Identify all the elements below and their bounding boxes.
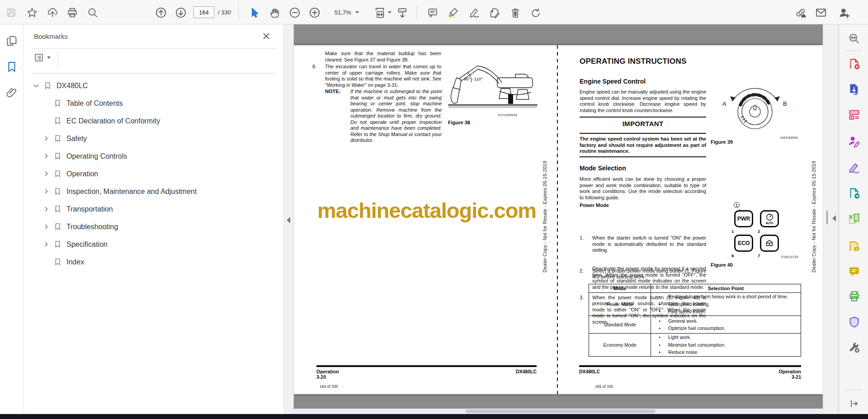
comment-bubble-button[interactable] — [847, 264, 861, 278]
page-total-label: / 330 — [218, 6, 231, 18]
edit-pdf-button[interactable] — [847, 108, 861, 121]
figure-38-code: EX1300534 — [498, 113, 517, 117]
search-tools-button[interactable] — [847, 32, 861, 45]
selection-point: Reduce noise. — [668, 348, 801, 356]
star-button[interactable] — [25, 6, 39, 19]
share-cloud-button[interactable] — [46, 6, 59, 19]
chevron-down-icon[interactable] — [32, 82, 40, 89]
bookmark-item-dx480lc[interactable]: DX480LC — [24, 77, 283, 94]
bookmark-item-troubleshooting[interactable]: Troubleshooting — [24, 218, 283, 235]
page-divider — [557, 45, 558, 394]
note-block: NOTE: If the machine is submerged to the… — [325, 89, 442, 144]
bookmark-icon — [54, 205, 62, 213]
bookmark-item-index[interactable]: Index — [24, 253, 283, 271]
table-row: Economy Mode •Light work. •Minimize fuel… — [589, 334, 801, 357]
bookmark-item-operation[interactable]: Operation — [24, 165, 283, 183]
crop-pages-button[interactable] — [847, 212, 861, 225]
export-pdf-icon — [848, 83, 860, 95]
bookmark-item-transportation[interactable]: Transportation — [24, 200, 283, 218]
previous-page-button[interactable] — [154, 6, 168, 19]
print-button[interactable] — [66, 6, 79, 19]
bookmarks-panel-button[interactable] — [6, 61, 18, 73]
tools-rail — [839, 24, 868, 414]
svg-text:B: B — [783, 100, 787, 107]
protect-button[interactable] — [847, 315, 861, 329]
work-mode-button — [760, 235, 779, 252]
collapse-panel-arrow-icon[interactable] — [287, 217, 290, 223]
bookmark-label: Table of Contents — [66, 99, 123, 108]
paragraph: More efficient work can be done by choos… — [580, 176, 706, 201]
chevron-right-icon[interactable] — [42, 223, 50, 231]
comment-page-icon — [848, 240, 860, 253]
send-file-button[interactable] — [847, 186, 861, 200]
more-tools-button[interactable] — [847, 340, 861, 354]
document-view[interactable]: Make sure that the material buildup has … — [294, 24, 823, 414]
open-tools-pane-button[interactable] — [847, 397, 861, 410]
panel-collapse-bar[interactable] — [283, 24, 294, 414]
active-panel-notch — [21, 65, 24, 71]
mode-selection-table: Mode Selection Point Power Mode •Require… — [589, 284, 801, 357]
selection-point: Light work. — [668, 334, 801, 341]
figure-39-code: HAOA690L — [780, 136, 798, 140]
bookmark-item-table-of-contents[interactable]: Table of Contents — [24, 94, 283, 112]
chevron-right-icon[interactable] — [42, 188, 50, 195]
close-panel-button[interactable] — [261, 31, 272, 42]
zoom-out-button[interactable] — [288, 6, 302, 19]
collapse-tools-arrow-icon[interactable] — [832, 215, 836, 221]
horizontal-scrollbar[interactable] — [294, 409, 823, 414]
page-fit-button[interactable] — [373, 6, 387, 19]
comment-button[interactable] — [426, 6, 439, 19]
hand-tool-button[interactable] — [268, 6, 281, 19]
highlight-button[interactable] — [447, 6, 460, 19]
edit-page-button[interactable] — [488, 6, 501, 19]
tools-collapse-bar[interactable] — [823, 24, 839, 414]
fill-sign-button[interactable] — [467, 6, 481, 19]
request-signatures-button[interactable] — [847, 134, 861, 148]
selection-points-cell: •Light work. •Minimize fuel consumption.… — [651, 334, 801, 357]
rule — [580, 117, 706, 118]
attachments-button[interactable] — [6, 87, 18, 99]
delete-button[interactable] — [509, 6, 522, 19]
bookmark-item-inspection-maintenance[interactable]: Inspection, Maintenance and Adjustment — [24, 183, 283, 200]
save-button[interactable] — [5, 6, 18, 19]
bookmark-item-specification[interactable]: Specification — [24, 235, 283, 253]
next-page-button[interactable] — [174, 6, 188, 19]
print-production-button[interactable] — [847, 289, 861, 303]
options-list-icon — [34, 52, 44, 62]
vertical-scrollbar-thumb[interactable] — [826, 211, 828, 224]
share-link-button[interactable] — [794, 6, 807, 19]
zoom-in-button[interactable] — [308, 6, 321, 19]
chevron-right-icon[interactable] — [42, 153, 50, 160]
bookmark-item-ec-declaration[interactable]: EC Declaration of Conformity — [24, 112, 283, 130]
search-button[interactable] — [86, 6, 99, 19]
bookmark-icon — [54, 135, 62, 143]
chevron-right-icon[interactable] — [42, 206, 50, 213]
rotate-button[interactable] — [529, 6, 542, 19]
chevron-right-icon[interactable] — [42, 135, 50, 142]
scroll-mode-button[interactable] — [396, 6, 409, 19]
fill-sign-tool-icon — [848, 162, 860, 174]
footer-page-number: 3-20 — [316, 374, 326, 380]
highlight-icon — [448, 7, 459, 18]
chevron-right-icon[interactable] — [42, 241, 50, 248]
page-thumbnails-button[interactable] — [6, 35, 18, 47]
email-icon — [815, 7, 827, 19]
select-tool-button[interactable] — [247, 6, 261, 19]
create-pdf-button[interactable] — [847, 57, 861, 71]
scrollbar-thumb[interactable] — [466, 410, 656, 413]
export-pdf-button[interactable] — [847, 82, 861, 96]
table-row: Standard Mode •General work. •Optimize f… — [589, 316, 801, 334]
bookmark-options-button[interactable] — [34, 52, 51, 62]
fill-sign-tool-button[interactable] — [847, 161, 861, 174]
comment-page-button[interactable] — [847, 240, 861, 253]
chevron-down-icon[interactable] — [388, 11, 392, 14]
email-button[interactable] — [814, 6, 828, 19]
add-user-button[interactable] — [837, 6, 851, 19]
power-mode-button: PWR — [734, 210, 753, 227]
bookmark-item-operating-controls[interactable]: Operating Controls — [24, 147, 283, 165]
bookmark-item-safety[interactable]: Safety — [24, 130, 283, 147]
chevron-right-icon[interactable] — [42, 170, 50, 178]
zoom-level-dropdown[interactable]: 51,7% — [335, 6, 359, 18]
page-number-input[interactable]: 164 — [193, 6, 214, 18]
footer-bar — [579, 365, 801, 367]
